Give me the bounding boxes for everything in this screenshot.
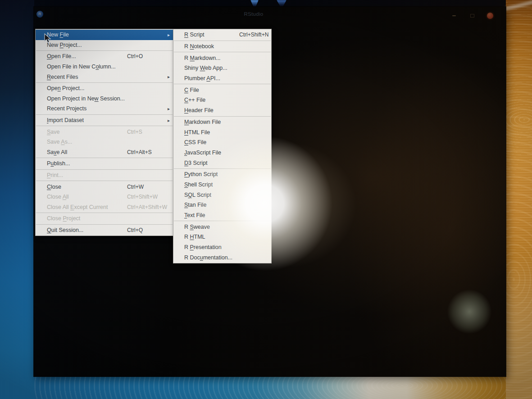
- submenu-arrow-icon: ▸: [168, 106, 170, 111]
- file-menu-item-save-all[interactable]: Save AllCtrl+Alt+S: [36, 147, 173, 158]
- new-file-submenu-item-html-file[interactable]: HTML File: [173, 127, 271, 137]
- file-menu-item-save: SaveCtrl+S: [36, 127, 173, 137]
- file-menu-item-new-file[interactable]: New File▸: [36, 30, 173, 40]
- file-menu-item-close-project: Close Project: [36, 213, 173, 224]
- new-file-submenu-item-markdown-file[interactable]: Markdown File: [173, 117, 271, 127]
- new-file-submenu: R ScriptCtrl+Shift+NR NotebookR Markdown…: [173, 29, 272, 263]
- file-menu-item-recent-files[interactable]: Recent Files▸: [36, 72, 173, 82]
- menu-item-shortcut: Ctrl+Shift+N: [239, 32, 268, 38]
- wallpaper-light-streak: [277, 0, 286, 7]
- menu-item-shortcut: Ctrl+O: [127, 53, 143, 59]
- new-file-submenu-item-text-file[interactable]: Text File: [173, 210, 271, 221]
- new-file-submenu-item-r-html[interactable]: R HTML: [173, 232, 271, 242]
- file-menu: New File▸New Project...Open File...Ctrl+…: [35, 29, 173, 236]
- file-menu-item-open-file-in-new-column[interactable]: Open File in New Column...: [36, 62, 173, 72]
- minimize-icon[interactable]: [451, 13, 457, 19]
- file-menu-separator: [36, 224, 173, 225]
- file-menu-item-open-project-in-new-session[interactable]: Open Project in New Session...: [36, 94, 173, 104]
- menu-item-label: New Project...: [47, 42, 82, 48]
- menu-item-label: CSS File: [184, 139, 206, 145]
- file-menu-item-quit-session[interactable]: Quit Session...Ctrl+Q: [36, 225, 173, 236]
- new-file-submenu-item-r-sweave[interactable]: R Sweave: [173, 222, 271, 232]
- menu-item-label: R Notebook: [184, 43, 214, 50]
- file-menu-item-publish[interactable]: Publish...: [36, 159, 173, 169]
- new-file-submenu-item-r-presentation[interactable]: R Presentation: [173, 242, 271, 253]
- close-icon[interactable]: [487, 13, 493, 19]
- file-menu-item-close-all: Close AllCtrl+Shift+W: [36, 192, 173, 202]
- menu-item-label: Open File...: [47, 53, 76, 59]
- file-menu-item-import-dataset[interactable]: Import Dataset▸: [36, 115, 173, 126]
- menu-item-label: Open Project in New Session...: [47, 95, 125, 102]
- file-menu-separator: [36, 114, 173, 115]
- menu-item-label: C++ File: [184, 97, 205, 103]
- file-menu-item-recent-projects[interactable]: Recent Projects▸: [36, 104, 173, 114]
- file-menu-separator: [36, 181, 173, 181]
- submenu-arrow-icon: ▸: [168, 74, 170, 79]
- menu-item-label: Stan File: [184, 202, 206, 208]
- menu-item-label: R HTML: [184, 234, 205, 240]
- new-file-submenu-separator: [174, 52, 271, 52]
- desktop-wallpaper-bottom: [34, 376, 506, 399]
- new-file-submenu-item-javascript-file[interactable]: JavaScript File: [173, 148, 271, 158]
- new-file-submenu-item-c-file[interactable]: C File: [173, 85, 271, 95]
- file-menu-item-new-project[interactable]: New Project...: [36, 40, 173, 50]
- file-menu-item-open-project[interactable]: Open Project...: [36, 83, 173, 94]
- new-file-submenu-separator: [174, 41, 271, 41]
- window-controls: [451, 13, 493, 19]
- menu-item-shortcut: Ctrl+W: [127, 184, 144, 190]
- menu-item-label: Python Script: [184, 171, 218, 177]
- menu-item-shortcut: Ctrl+Shift+W: [127, 194, 158, 200]
- rstudio-logo-icon: R: [36, 11, 43, 18]
- new-file-submenu-item-stan-file[interactable]: Stan File: [173, 200, 271, 210]
- new-file-submenu-item-r-markdown[interactable]: R Markdown...: [173, 53, 271, 63]
- file-menu-separator: [36, 169, 173, 170]
- menu-item-label: Open File in New Column...: [47, 63, 116, 70]
- menu-item-label: R Sweave: [184, 224, 210, 230]
- new-file-submenu-item-css-file[interactable]: CSS File: [173, 137, 271, 148]
- menu-item-label: SQL Script: [184, 192, 211, 198]
- menu-item-label: JavaScript File: [184, 150, 221, 156]
- menu-item-label: Header File: [184, 107, 214, 113]
- file-menu-separator: [36, 158, 173, 158]
- photographed-screen: R RStudio New File▸New Project...Open Fi…: [0, 0, 532, 399]
- file-menu-item-open-file[interactable]: Open File...Ctrl+O: [36, 51, 173, 62]
- menu-item-label: R Script: [184, 32, 204, 38]
- new-file-submenu-item-shell-script[interactable]: Shell Script: [173, 180, 271, 190]
- submenu-arrow-icon: ▸: [168, 32, 170, 37]
- submenu-arrow-icon: ▸: [168, 118, 170, 123]
- menu-item-label: Close All Except Current: [47, 204, 108, 210]
- new-file-submenu-item-shiny-web-app[interactable]: Shiny Web App...: [173, 63, 271, 73]
- desktop-wallpaper-right: [506, 0, 532, 399]
- new-file-submenu-item-c-file[interactable]: C++ File: [173, 95, 271, 105]
- file-menu-separator: [36, 126, 173, 126]
- file-menu-separator: [36, 213, 173, 213]
- new-file-submenu-item-r-script[interactable]: R ScriptCtrl+Shift+N: [173, 30, 271, 40]
- new-file-submenu-item-r-documentation[interactable]: R Documentation...: [173, 252, 271, 263]
- menu-item-label: Print...: [47, 172, 63, 178]
- file-menu-item-close-all-except-current: Close All Except CurrentCtrl+Alt+Shift+W: [36, 202, 173, 213]
- maximize-icon[interactable]: [469, 13, 475, 19]
- file-menu-separator: [36, 50, 173, 51]
- new-file-submenu-separator: [174, 84, 271, 84]
- menu-item-label: Import Dataset: [47, 117, 84, 123]
- menu-item-shortcut: Ctrl+Alt+Shift+W: [127, 204, 167, 210]
- new-file-submenu-item-d3-script[interactable]: D3 Script: [173, 158, 271, 168]
- new-file-submenu-item-header-file[interactable]: Header File: [173, 105, 271, 116]
- menu-item-shortcut: Ctrl+Alt+S: [127, 149, 152, 155]
- new-file-submenu-item-python-script[interactable]: Python Script: [173, 169, 271, 180]
- menu-item-label: R Markdown...: [184, 55, 221, 61]
- menu-item-shortcut: Ctrl+S: [127, 129, 142, 135]
- new-file-submenu-separator: [174, 168, 271, 169]
- wallpaper-gleam: [504, 0, 532, 11]
- new-file-submenu-item-r-notebook[interactable]: R Notebook: [173, 41, 271, 52]
- menu-item-label: D3 Script: [184, 160, 207, 166]
- menu-item-shortcut: Ctrl+Q: [127, 227, 143, 233]
- menu-item-label: Recent Projects: [47, 105, 86, 112]
- menu-item-label: Open Project...: [47, 85, 84, 91]
- new-file-submenu-item-sql-script[interactable]: SQL Script: [173, 190, 271, 200]
- new-file-submenu-separator: [174, 221, 271, 221]
- title-bar: R RStudio: [34, 7, 506, 24]
- file-menu-item-close[interactable]: CloseCtrl+W: [36, 181, 173, 192]
- menu-item-label: Text File: [184, 212, 205, 218]
- new-file-submenu-item-plumber-api[interactable]: Plumber API...: [173, 73, 271, 84]
